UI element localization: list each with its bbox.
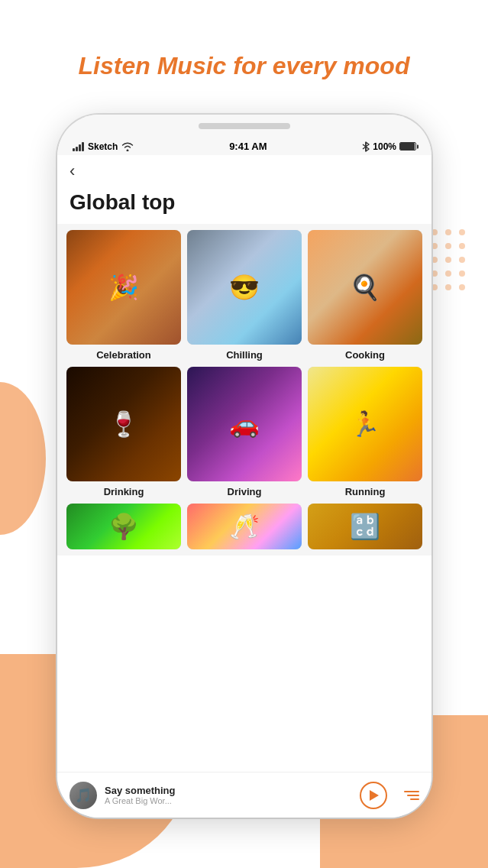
mini-player[interactable]: 🎵 Say something A Great Big Wor... — [57, 772, 431, 818]
battery-percent: 100% — [373, 141, 396, 152]
mood-img-outdoor — [66, 504, 181, 549]
phone-top-bar — [57, 115, 431, 138]
mood-img-drinking — [66, 367, 181, 481]
mood-grid: CelebrationChillingCookingDrinkingDrivin… — [57, 224, 431, 555]
carrier-name: Sketch — [88, 141, 118, 152]
mood-img-puzzle — [308, 504, 422, 549]
mood-item-drinking[interactable]: Drinking — [66, 367, 181, 497]
phone-notch — [199, 123, 290, 129]
app-tagline: Listen Music for every mood — [0, 52, 488, 80]
play-icon — [370, 790, 379, 801]
mood-item-celebration[interactable]: Celebration — [66, 230, 181, 361]
mood-item-running[interactable]: Running — [308, 367, 422, 497]
mood-label-chilling: Chilling — [226, 349, 263, 361]
mood-label-drinking: Drinking — [104, 486, 144, 497]
mood-item-driving[interactable]: Driving — [187, 367, 302, 497]
back-chevron-icon: ‹ — [69, 161, 75, 180]
bg-blob-left — [0, 382, 46, 535]
mood-img-running — [308, 367, 422, 481]
phone-frame: Sketch 9:41 AM 100% ‹ — [57, 115, 431, 818]
player-avatar: 🎵 — [69, 782, 97, 809]
battery-icon — [399, 142, 416, 151]
mood-item-puzzle[interactable]: Puzzle — [308, 504, 422, 549]
mood-item-outdoor[interactable]: Outdoor — [66, 504, 181, 549]
content-area: ‹ Global top — [57, 155, 431, 224]
menu-line-3 — [410, 798, 419, 800]
mood-label-driving: Driving — [228, 486, 262, 497]
mood-img-cooking — [308, 230, 422, 345]
player-subtitle: A Great Big Wor... — [105, 796, 352, 805]
wifi-icon — [121, 142, 134, 151]
mood-img-driving — [187, 367, 302, 481]
back-button[interactable]: ‹ — [57, 155, 431, 187]
queue-button[interactable] — [395, 783, 419, 808]
player-info: Say something A Great Big Wor... — [105, 785, 352, 805]
mood-item-cooking[interactable]: Cooking — [308, 230, 422, 361]
mood-item-chilling[interactable]: Chilling — [187, 230, 302, 361]
mood-item-social[interactable]: Social — [187, 504, 302, 549]
play-button[interactable] — [360, 782, 387, 809]
menu-line-1 — [404, 791, 419, 792]
status-right: 100% — [362, 141, 416, 152]
menu-line-2 — [407, 795, 419, 796]
mood-img-chilling — [187, 230, 302, 345]
mood-label-running: Running — [345, 486, 386, 497]
bluetooth-icon — [362, 141, 370, 152]
mood-img-celebration — [66, 230, 181, 345]
mood-img-social — [187, 504, 302, 549]
status-time: 9:41 AM — [134, 141, 362, 152]
page-title: Global top — [57, 187, 431, 224]
status-bar: Sketch 9:41 AM 100% — [57, 138, 431, 155]
mood-label-cooking: Cooking — [345, 349, 385, 361]
signal-icon — [73, 142, 84, 151]
mood-label-celebration: Celebration — [96, 349, 151, 361]
status-left: Sketch — [73, 141, 134, 152]
player-title: Say something — [105, 785, 352, 796]
